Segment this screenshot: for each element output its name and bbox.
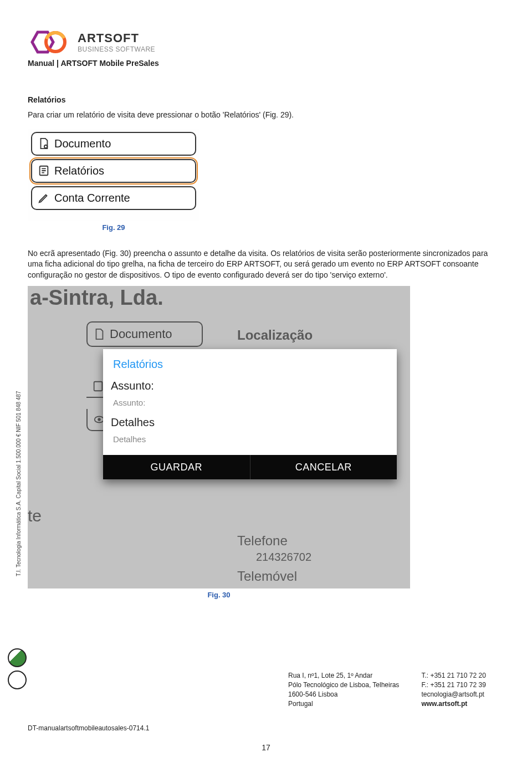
fig29-screenshot: Documento Relatórios Conta Corrente bbox=[28, 129, 200, 221]
footer: Rua I, nº1, Lote 25, 1º Andar Pólo Tecno… bbox=[28, 671, 504, 708]
header: ARTSOFT BUSINESS SOFTWARE Manual | ARTSO… bbox=[28, 28, 504, 68]
cert-badges bbox=[8, 648, 27, 689]
brand-sub: BUSINESS SOFTWARE bbox=[78, 45, 155, 53]
menu-documento[interactable]: Documento bbox=[31, 132, 196, 156]
assunto-input[interactable]: Assunto: bbox=[108, 396, 392, 413]
cancelar-button[interactable]: CANCELAR bbox=[250, 455, 397, 479]
footer-contact: T.: +351 21 710 72 20 F.: +351 21 710 72… bbox=[421, 671, 485, 708]
menu-relatorios[interactable]: Relatórios bbox=[31, 159, 196, 183]
document-icon bbox=[38, 137, 50, 150]
menu-label: Conta Corrente bbox=[54, 192, 130, 204]
cert-badge-icon bbox=[8, 671, 27, 689]
guardar-button[interactable]: GUARDAR bbox=[103, 455, 250, 479]
logo-icon bbox=[28, 28, 71, 57]
footer-address: Rua I, nº1, Lote 25, 1º Andar Pólo Tecno… bbox=[288, 671, 399, 708]
relatorios-dialog: Relatórios Assunto: Assunto: Detalhes De… bbox=[103, 349, 397, 479]
page-number: 17 bbox=[28, 743, 504, 752]
assunto-label: Assunto: bbox=[108, 376, 392, 396]
brand-name: ARTSOFT bbox=[78, 31, 155, 45]
detalhes-input[interactable]: Detalhes bbox=[108, 432, 392, 449]
detalhes-label: Detalhes bbox=[108, 413, 392, 432]
company-legal-text: T.I. Tecnologia Informática S.A. Capital… bbox=[16, 391, 22, 576]
section-title: Relatórios bbox=[28, 95, 504, 104]
menu-label: Relatórios bbox=[54, 165, 104, 177]
fig29-caption: Fig. 29 bbox=[28, 223, 200, 232]
doc-reference: DT-manualartsoftmobileautosales-0714.1 bbox=[28, 724, 504, 732]
menu-label: Documento bbox=[54, 137, 111, 150]
pen-icon bbox=[38, 192, 50, 204]
logo: ARTSOFT BUSINESS SOFTWARE bbox=[28, 28, 504, 57]
body-text: No ecrã apresentado (Fig. 30) preencha o… bbox=[28, 248, 504, 281]
body-text: Para criar um relatório de visita deve p… bbox=[28, 110, 504, 121]
doc-title: Manual | ARTSOFT Mobile PreSales bbox=[28, 59, 504, 68]
fig30-screenshot: a-Sintra, Lda. Documento Localização te … bbox=[28, 286, 410, 599]
cert-badge-icon bbox=[8, 648, 27, 667]
report-icon bbox=[38, 165, 50, 177]
fig30-caption: Fig. 30 bbox=[28, 591, 410, 599]
svg-point-3 bbox=[44, 145, 48, 149]
menu-conta-corrente[interactable]: Conta Corrente bbox=[31, 186, 196, 210]
dialog-title: Relatórios bbox=[103, 349, 397, 376]
